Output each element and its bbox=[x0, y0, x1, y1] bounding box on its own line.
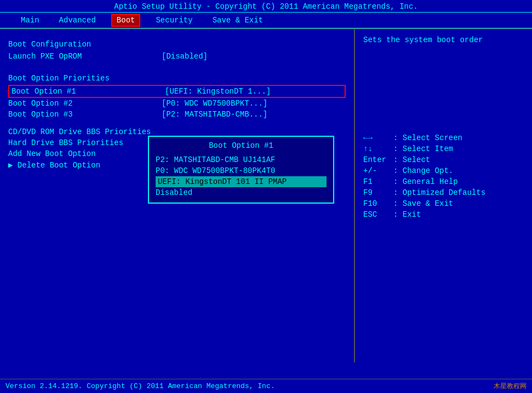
boot-option-3-row[interactable]: Boot Option #3 [P2: MATSHITABD-CMB...] bbox=[8, 109, 346, 120]
launch-pxe-label: Launch PXE OpROM bbox=[8, 52, 162, 61]
popup-item-disabled[interactable]: Disabled bbox=[156, 187, 327, 198]
watermark: 木星教程网 bbox=[494, 382, 527, 391]
title-text: Aptio Setup Utility - Copyright (C) 2011… bbox=[114, 2, 418, 11]
boot-option-1-value: [UEFI: KingstonDT 1...] bbox=[165, 87, 271, 96]
key-change-opt: +/- : Change Opt. bbox=[363, 166, 524, 175]
popup-item-p2[interactable]: P2: MATSHITABD-CMB UJ141AF bbox=[156, 154, 327, 165]
version-text: Version 2.14.1219. Copyright (C) 2011 Am… bbox=[5, 382, 274, 390]
bottom-bar: Version 2.14.1219. Copyright (C) 2011 Am… bbox=[0, 379, 532, 393]
popup-title: Boot Option #1 bbox=[156, 141, 327, 150]
boot-option-2-row[interactable]: Boot Option #2 [P0: WDC WD7500BPKT...] bbox=[8, 98, 346, 109]
key-select-item: ↑↓ : Select Item bbox=[363, 145, 524, 153]
help-text: Sets the system boot order bbox=[363, 34, 524, 46]
boot-option-3-value: [P2: MATSHITABD-CMB...] bbox=[162, 110, 267, 119]
menu-item-boot[interactable]: Boot bbox=[111, 14, 141, 27]
menu-item-advanced[interactable]: Advanced bbox=[55, 15, 100, 26]
right-panel: Sets the system boot order ←→ : Select S… bbox=[355, 29, 532, 362]
boot-option-2-label: Boot Option #2 bbox=[8, 99, 162, 108]
boot-config-title: Boot Configuration bbox=[8, 40, 346, 49]
title-bar: Aptio Setup Utility - Copyright (C) 2011… bbox=[0, 0, 532, 12]
menu-item-main[interactable]: Main bbox=[16, 15, 44, 26]
popup-item-uefi[interactable]: UEFI: KingstonDT 101 II PMAP bbox=[156, 176, 327, 187]
left-panel: Boot Configuration Launch PXE OpROM [Dis… bbox=[0, 29, 355, 362]
menu-bar: Main Advanced Boot Security Save & Exit bbox=[0, 12, 532, 28]
key-select-screen: ←→ : Select Screen bbox=[363, 134, 524, 142]
boot-option-1-label: Boot Option #1 bbox=[12, 87, 165, 96]
boot-option-2-value: [P0: WDC WD7500BPKT...] bbox=[162, 99, 267, 108]
boot-option-popup: Boot Option #1 P2: MATSHITABD-CMB UJ141A… bbox=[148, 136, 334, 204]
key-esc: ESC : Exit bbox=[363, 210, 524, 219]
boot-option-1-row[interactable]: Boot Option #1 [UEFI: KingstonDT 1...] bbox=[8, 85, 346, 98]
boot-priorities-title: Boot Option Priorities bbox=[8, 74, 346, 83]
launch-pxe-row[interactable]: Launch PXE OpROM [Disabled] bbox=[8, 51, 346, 62]
launch-pxe-value: [Disabled] bbox=[162, 52, 208, 61]
key-f9: F9 : Optimized Defaults bbox=[363, 188, 524, 197]
popup-item-p0[interactable]: P0: WDC WD7500BPKT-80PK4T0 bbox=[156, 165, 327, 176]
key-f1: F1 : General Help bbox=[363, 177, 524, 186]
key-f10: F10 : Save & Exit bbox=[363, 199, 524, 208]
menu-item-save-exit[interactable]: Save & Exit bbox=[208, 15, 267, 26]
main-content: Boot Configuration Launch PXE OpROM [Dis… bbox=[0, 28, 532, 362]
key-enter-select: Enter : Select bbox=[363, 155, 524, 164]
menu-item-security[interactable]: Security bbox=[151, 15, 197, 26]
boot-option-3-label: Boot Option #3 bbox=[8, 110, 162, 119]
